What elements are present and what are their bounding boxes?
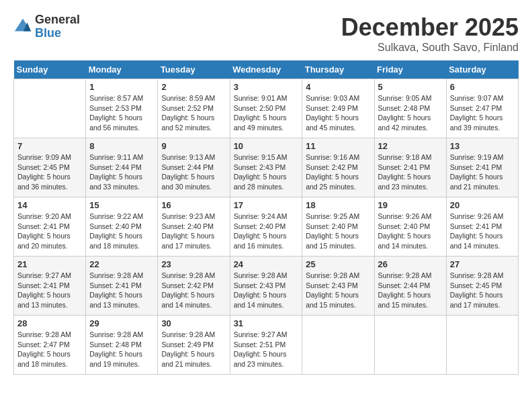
day-number: 2: [161, 82, 226, 92]
day-number: 16: [161, 200, 226, 210]
day-info: Sunrise: 9:19 AM Sunset: 2:41 PM Dayligh…: [450, 152, 515, 192]
day-info: Sunrise: 8:57 AM Sunset: 2:53 PM Dayligh…: [89, 93, 154, 133]
calendar-cell: [302, 316, 374, 375]
day-number: 19: [378, 200, 443, 210]
day-info: Sunrise: 9:22 AM Sunset: 2:40 PM Dayligh…: [89, 212, 154, 251]
day-number: 13: [450, 141, 515, 151]
day-number: 9: [161, 141, 226, 151]
calendar-table: SundayMondayTuesdayWednesdayThursdayFrid…: [13, 60, 519, 375]
day-number: 27: [450, 259, 515, 269]
calendar-cell: 29Sunrise: 9:28 AM Sunset: 2:48 PM Dayli…: [86, 316, 158, 375]
day-number: 24: [234, 259, 299, 269]
day-number: 18: [306, 200, 370, 210]
calendar-cell: 10Sunrise: 9:15 AM Sunset: 2:43 PM Dayli…: [230, 138, 302, 197]
day-number: 4: [306, 82, 370, 92]
day-info: Sunrise: 9:28 AM Sunset: 2:41 PM Dayligh…: [89, 271, 154, 310]
day-info: Sunrise: 9:23 AM Sunset: 2:40 PM Dayligh…: [161, 212, 226, 251]
day-number: 30: [161, 318, 226, 328]
calendar-cell: [374, 316, 446, 375]
day-number: 25: [306, 259, 370, 269]
calendar-cell: 8Sunrise: 9:11 AM Sunset: 2:44 PM Daylig…: [86, 138, 158, 197]
calendar-cell: 11Sunrise: 9:16 AM Sunset: 2:42 PM Dayli…: [302, 138, 374, 197]
day-info: Sunrise: 9:26 AM Sunset: 2:40 PM Dayligh…: [378, 212, 443, 251]
day-number: 12: [378, 141, 443, 151]
calendar-cell: 19Sunrise: 9:26 AM Sunset: 2:40 PM Dayli…: [374, 197, 446, 257]
calendar-cell: 31Sunrise: 9:27 AM Sunset: 2:51 PM Dayli…: [230, 316, 302, 375]
calendar-cell: 23Sunrise: 9:28 AM Sunset: 2:42 PM Dayli…: [158, 257, 230, 316]
day-info: Sunrise: 9:13 AM Sunset: 2:44 PM Dayligh…: [161, 152, 226, 192]
day-info: Sunrise: 9:01 AM Sunset: 2:50 PM Dayligh…: [234, 93, 299, 133]
location-text: Sulkava, South Savo, Finland: [341, 42, 519, 54]
calendar-cell: 13Sunrise: 9:19 AM Sunset: 2:41 PM Dayli…: [446, 138, 518, 197]
calendar-cell: 20Sunrise: 9:26 AM Sunset: 2:41 PM Dayli…: [446, 197, 518, 257]
calendar-cell: [14, 79, 86, 138]
day-number: 31: [234, 318, 299, 328]
calendar-cell: [446, 316, 518, 375]
day-number: 20: [450, 200, 515, 210]
day-number: 8: [89, 141, 154, 151]
day-number: 7: [17, 141, 82, 151]
calendar-week-2: 7Sunrise: 9:09 AM Sunset: 2:45 PM Daylig…: [14, 138, 519, 197]
calendar-cell: 26Sunrise: 9:28 AM Sunset: 2:44 PM Dayli…: [374, 257, 446, 316]
calendar-cell: 28Sunrise: 9:28 AM Sunset: 2:47 PM Dayli…: [14, 316, 86, 375]
day-info: Sunrise: 9:28 AM Sunset: 2:49 PM Dayligh…: [161, 330, 226, 369]
day-info: Sunrise: 9:27 AM Sunset: 2:41 PM Dayligh…: [17, 271, 82, 310]
day-number: 15: [89, 200, 154, 210]
calendar-cell: 5Sunrise: 9:05 AM Sunset: 2:48 PM Daylig…: [374, 79, 446, 138]
calendar-cell: 2Sunrise: 8:59 AM Sunset: 2:52 PM Daylig…: [158, 79, 230, 138]
day-info: Sunrise: 9:28 AM Sunset: 2:44 PM Dayligh…: [378, 271, 443, 310]
header-day-monday: Monday: [86, 60, 158, 79]
day-info: Sunrise: 9:03 AM Sunset: 2:49 PM Dayligh…: [306, 93, 370, 133]
calendar-cell: 30Sunrise: 9:28 AM Sunset: 2:49 PM Dayli…: [158, 316, 230, 375]
calendar-cell: 14Sunrise: 9:20 AM Sunset: 2:41 PM Dayli…: [14, 197, 86, 257]
header-day-thursday: Thursday: [302, 60, 374, 79]
day-info: Sunrise: 9:28 AM Sunset: 2:47 PM Dayligh…: [17, 330, 82, 369]
calendar-cell: 6Sunrise: 9:07 AM Sunset: 2:47 PM Daylig…: [446, 79, 518, 138]
day-info: Sunrise: 9:18 AM Sunset: 2:41 PM Dayligh…: [378, 152, 443, 192]
header-day-saturday: Saturday: [446, 60, 518, 79]
page-header: General Blue December 2025 Sulkava, Sout…: [13, 13, 519, 54]
day-info: Sunrise: 9:24 AM Sunset: 2:40 PM Dayligh…: [234, 212, 299, 251]
header-day-sunday: Sunday: [14, 60, 86, 79]
calendar-week-5: 28Sunrise: 9:28 AM Sunset: 2:47 PM Dayli…: [14, 316, 519, 375]
calendar-header-row: SundayMondayTuesdayWednesdayThursdayFrid…: [14, 60, 519, 79]
calendar-cell: 4Sunrise: 9:03 AM Sunset: 2:49 PM Daylig…: [302, 79, 374, 138]
day-info: Sunrise: 9:28 AM Sunset: 2:43 PM Dayligh…: [306, 271, 370, 310]
calendar-cell: 12Sunrise: 9:18 AM Sunset: 2:41 PM Dayli…: [374, 138, 446, 197]
day-info: Sunrise: 9:28 AM Sunset: 2:42 PM Dayligh…: [161, 271, 226, 310]
calendar-cell: 22Sunrise: 9:28 AM Sunset: 2:41 PM Dayli…: [86, 257, 158, 316]
calendar-cell: 9Sunrise: 9:13 AM Sunset: 2:44 PM Daylig…: [158, 138, 230, 197]
day-info: Sunrise: 9:25 AM Sunset: 2:40 PM Dayligh…: [306, 212, 370, 251]
day-info: Sunrise: 9:28 AM Sunset: 2:48 PM Dayligh…: [89, 330, 154, 369]
logo-text: General Blue: [35, 13, 80, 40]
day-info: Sunrise: 8:59 AM Sunset: 2:52 PM Dayligh…: [161, 93, 226, 133]
calendar-cell: 21Sunrise: 9:27 AM Sunset: 2:41 PM Dayli…: [14, 257, 86, 316]
calendar-cell: 24Sunrise: 9:28 AM Sunset: 2:43 PM Dayli…: [230, 257, 302, 316]
day-number: 5: [378, 82, 443, 92]
day-number: 11: [306, 141, 370, 151]
calendar-cell: 18Sunrise: 9:25 AM Sunset: 2:40 PM Dayli…: [302, 197, 374, 257]
logo-blue-text: Blue: [35, 27, 80, 40]
day-info: Sunrise: 9:27 AM Sunset: 2:51 PM Dayligh…: [234, 330, 299, 369]
day-info: Sunrise: 9:26 AM Sunset: 2:41 PM Dayligh…: [450, 212, 515, 251]
day-info: Sunrise: 9:16 AM Sunset: 2:42 PM Dayligh…: [306, 152, 370, 192]
calendar-cell: 15Sunrise: 9:22 AM Sunset: 2:40 PM Dayli…: [86, 197, 158, 257]
day-info: Sunrise: 9:09 AM Sunset: 2:45 PM Dayligh…: [17, 152, 82, 192]
day-number: 17: [234, 200, 299, 210]
day-info: Sunrise: 9:28 AM Sunset: 2:45 PM Dayligh…: [450, 271, 515, 310]
calendar-cell: 16Sunrise: 9:23 AM Sunset: 2:40 PM Dayli…: [158, 197, 230, 257]
day-number: 22: [89, 259, 154, 269]
calendar-cell: 7Sunrise: 9:09 AM Sunset: 2:45 PM Daylig…: [14, 138, 86, 197]
title-area: December 2025 Sulkava, South Savo, Finla…: [341, 13, 519, 54]
calendar-cell: 25Sunrise: 9:28 AM Sunset: 2:43 PM Dayli…: [302, 257, 374, 316]
header-day-tuesday: Tuesday: [158, 60, 230, 79]
logo-general-text: General: [35, 13, 80, 27]
day-info: Sunrise: 9:07 AM Sunset: 2:47 PM Dayligh…: [450, 93, 515, 133]
calendar-cell: 17Sunrise: 9:24 AM Sunset: 2:40 PM Dayli…: [230, 197, 302, 257]
day-info: Sunrise: 9:05 AM Sunset: 2:48 PM Dayligh…: [378, 93, 443, 133]
calendar-cell: 1Sunrise: 8:57 AM Sunset: 2:53 PM Daylig…: [86, 79, 158, 138]
day-number: 21: [17, 259, 82, 269]
day-info: Sunrise: 9:28 AM Sunset: 2:43 PM Dayligh…: [234, 271, 299, 310]
day-number: 28: [17, 318, 82, 328]
day-number: 26: [378, 259, 443, 269]
